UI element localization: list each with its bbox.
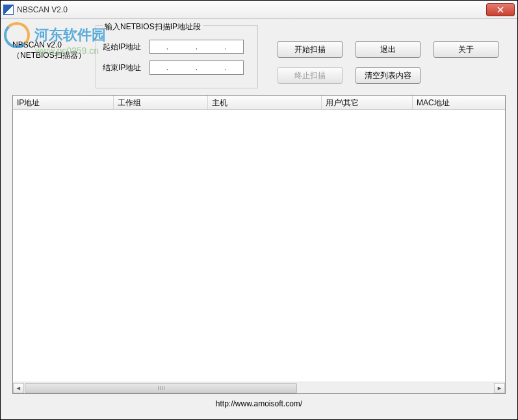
app-icon: [3, 5, 14, 15]
end-ip-input[interactable]: ...: [149, 60, 244, 75]
close-icon: [497, 7, 504, 13]
end-ip-row: 结束IP地址 ...: [103, 60, 251, 75]
table-header: IP地址 工作组 主机 用户\其它 MAC地址: [13, 96, 505, 110]
scroll-thumb[interactable]: [25, 383, 297, 393]
stop-scan-button: 终止扫描: [278, 67, 343, 84]
titlebar: NBSCAN V2.0: [1, 1, 517, 19]
ip-range-group: 输入NETBIOS扫描IP地址段 起始IP地址 ... 结束IP地址 ...: [96, 25, 258, 88]
about-button[interactable]: 关于: [434, 41, 499, 58]
col-user[interactable]: 用户\其它: [322, 96, 413, 109]
app-label: NBSCAN v2.0 （NETBIOS扫描器）: [12, 25, 89, 60]
horizontal-scrollbar[interactable]: ◄ ►: [13, 382, 505, 393]
col-host[interactable]: 主机: [208, 96, 322, 109]
button-grid: 开始扫描 退出 关于 终止扫描 清空列表内容: [278, 41, 499, 85]
scroll-right-arrow-icon[interactable]: ►: [494, 383, 505, 393]
table-row: [13, 110, 505, 121]
app-subtitle: （NETBIOS扫描器）: [12, 50, 89, 60]
scroll-track[interactable]: [24, 383, 494, 393]
footer-url: http://www.amoisoft.com/: [1, 399, 517, 408]
scroll-left-arrow-icon[interactable]: ◄: [13, 383, 24, 393]
top-panel: NBSCAN v2.0 （NETBIOS扫描器） 输入NETBIOS扫描IP地址…: [1, 19, 517, 92]
client-area: 河东软件园 www.pc0359.cn NBSCAN v2.0 （NETBIOS…: [1, 19, 517, 419]
table-body[interactable]: [13, 110, 505, 382]
clear-list-button[interactable]: 清空列表内容: [356, 67, 421, 84]
start-scan-button[interactable]: 开始扫描: [278, 41, 343, 58]
window-title: NBSCAN V2.0: [17, 5, 486, 14]
results-table: IP地址 工作组 主机 用户\其它 MAC地址 ◄ ►: [12, 95, 506, 394]
col-ip[interactable]: IP地址: [13, 96, 114, 109]
col-mac[interactable]: MAC地址: [413, 96, 505, 109]
start-ip-row: 起始IP地址 ...: [103, 40, 251, 54]
ip-group-title: 输入NETBIOS扫描IP地址段: [103, 21, 203, 33]
end-ip-label: 结束IP地址: [103, 62, 149, 73]
app-name: NBSCAN v2.0: [12, 40, 89, 50]
start-ip-input[interactable]: ...: [149, 40, 244, 54]
start-ip-label: 起始IP地址: [103, 42, 149, 53]
close-button[interactable]: [486, 3, 515, 16]
col-workgroup[interactable]: 工作组: [114, 96, 208, 109]
exit-button[interactable]: 退出: [356, 41, 421, 58]
